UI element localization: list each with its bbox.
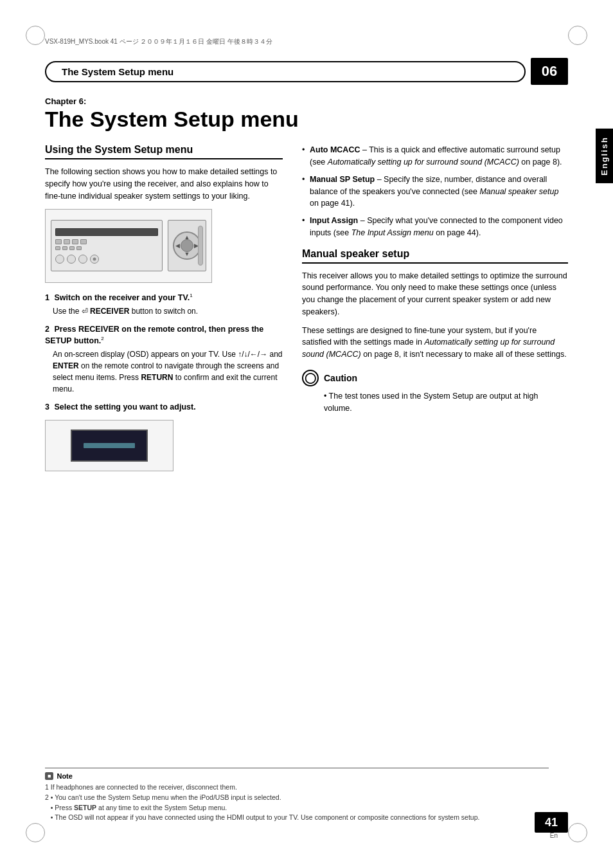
chapter-main-title: The System Setup menu <box>45 107 568 131</box>
circle-4 <box>90 255 99 264</box>
caution-box: ◯ Caution • The test tones used in the S… <box>302 370 568 415</box>
caution-title: Caution <box>324 373 357 383</box>
left-column: Using the System Setup menu The followin… <box>45 144 283 478</box>
step-1: 1 Switch on the receiver and your TV.1 U… <box>45 292 283 317</box>
filename-text: VSX-819H_MYS.book 41 ページ ２００９年１月１６日 金曜日 … <box>45 37 272 46</box>
corner-decoration-tl <box>26 26 45 45</box>
term-manual-sp: Manual SP Setup <box>310 175 375 184</box>
header-bar: The System Setup menu 06 <box>45 58 568 85</box>
left-intro-text: The following section shows you how to m… <box>45 166 283 202</box>
rec-btn-5 <box>55 246 60 250</box>
right-column: Auto MCACC – This is a quick and effecti… <box>302 144 568 478</box>
receiver-panel: ▲ ▼ ◀ ▶ <box>46 215 211 276</box>
step-1-body: Use the ⏎ RECEIVER button to switch on. <box>53 305 283 317</box>
corner-decoration-bl <box>26 823 45 842</box>
nav-arrow-down: ▼ <box>184 251 190 257</box>
caution-text: • The test tones used in the System Setu… <box>324 390 568 415</box>
bullet-item-input-assign: Input Assign – Specify what you've conne… <box>302 215 568 239</box>
bullet-list: Auto MCACC – This is a quick and effecti… <box>302 144 568 239</box>
note-text-2: 2 • You can't use the System Setup menu … <box>45 793 549 803</box>
note-header: ■ Note <box>45 772 549 780</box>
note-icon: ■ <box>45 772 53 780</box>
rec-btn-2 <box>64 239 70 244</box>
receiver-circles <box>55 255 158 264</box>
bullet-item-auto-mcacc: Auto MCACC – This is a quick and effecti… <box>302 144 568 168</box>
nav-arrow-left: ◀ <box>175 242 180 249</box>
receiver-display <box>55 228 158 236</box>
screen-image <box>45 420 173 471</box>
ref-mcacc-2: Automatically setting up for surround so… <box>302 338 555 359</box>
step-2-title: Press RECEIVER on the remote control, th… <box>45 325 263 346</box>
nav-arrow-up: ▲ <box>184 234 190 240</box>
main-content: Chapter 6: The System Setup menu Using t… <box>45 96 568 478</box>
circle-1 <box>55 255 64 264</box>
term-auto-mcacc: Auto MCACC <box>310 145 360 154</box>
left-section-heading: Using the System Setup menu <box>45 144 283 159</box>
note-text-4: • The OSD will not appear if you have co… <box>45 813 549 823</box>
rec-btn-7 <box>69 246 75 250</box>
corner-decoration-br <box>568 823 587 842</box>
note-text-1: 1 If headphones are connected to the rec… <box>45 782 549 793</box>
page-en: En <box>550 832 558 839</box>
header-title: The System Setup menu <box>45 61 526 82</box>
chapter-label: Chapter 6: <box>45 96 568 106</box>
step-1-title: Switch on the receiver and your TV. <box>54 293 190 302</box>
screen-inner <box>71 429 148 462</box>
rec-btn-4 <box>80 239 87 244</box>
step-2-sup: 2 <box>101 336 103 341</box>
header-section: The System Setup menu 06 <box>45 58 568 85</box>
receiver-buttons-row2 <box>55 246 158 250</box>
two-column-layout: Using the System Setup menu The followin… <box>45 144 568 478</box>
bullet-item-manual-sp: Manual SP Setup – Specify the size, numb… <box>302 174 568 210</box>
receiver-image: ▲ ▼ ◀ ▶ <box>45 209 212 283</box>
step-2-num: 2 <box>45 325 49 334</box>
manual-para1: This receiver allows you to make detaile… <box>302 270 568 318</box>
manual-section-heading: Manual speaker setup <box>302 248 568 264</box>
note-text-3: • Press SETUP at any time to exit the Sy… <box>45 803 549 813</box>
circle-3 <box>78 255 87 264</box>
note-label: Note <box>57 772 72 780</box>
nav-circle: ▲ ▼ ◀ ▶ <box>173 231 201 260</box>
screen-bar <box>84 443 135 448</box>
ref-manual-sp: Manual speaker setup <box>479 187 558 196</box>
step-2-body: An on-screen display (OSD) appears on yo… <box>53 348 283 395</box>
step-3-title: Select the setting you want to adjust. <box>54 402 195 411</box>
receiver-buttons-row1 <box>55 239 158 244</box>
step-1-sup: 1 <box>190 293 192 298</box>
english-tab: English <box>596 129 613 183</box>
chapter-number: 06 <box>531 58 568 85</box>
top-bar: VSX-819H_MYS.book 41 ページ ２００９年１月１６日 金曜日 … <box>45 37 568 46</box>
step-3-num: 3 <box>45 402 49 411</box>
rec-btn-3 <box>72 239 78 244</box>
ref-input-assign: The Input Assign menu <box>351 228 434 237</box>
rec-btn-1 <box>55 239 62 244</box>
rec-btn-8 <box>76 246 82 250</box>
step-1-num: 1 <box>45 293 49 302</box>
receiver-left-panel <box>51 220 163 271</box>
caution-header: ◯ Caution <box>302 370 568 386</box>
corner-decoration-tr <box>568 26 587 45</box>
step-2: 2 Press RECEIVER on the remote control, … <box>45 323 283 395</box>
step-3: 3 Select the setting you want to adjust. <box>45 401 283 413</box>
ref-mcacc: Automatically setting up for surround so… <box>328 158 519 167</box>
page-number-box: 41 <box>535 812 568 833</box>
volume-slider <box>198 226 203 266</box>
nav-inner-button <box>181 239 193 252</box>
caution-icon: ◯ <box>302 370 319 386</box>
notes-section: ■ Note 1 If headphones are connected to … <box>45 768 549 823</box>
circle-2 <box>67 255 76 264</box>
term-input-assign: Input Assign <box>310 216 358 225</box>
manual-para2: These settings are designed to fine-tune… <box>302 325 568 361</box>
receiver-right-panel: ▲ ▼ ◀ ▶ <box>168 220 206 271</box>
rec-btn-6 <box>62 246 67 250</box>
